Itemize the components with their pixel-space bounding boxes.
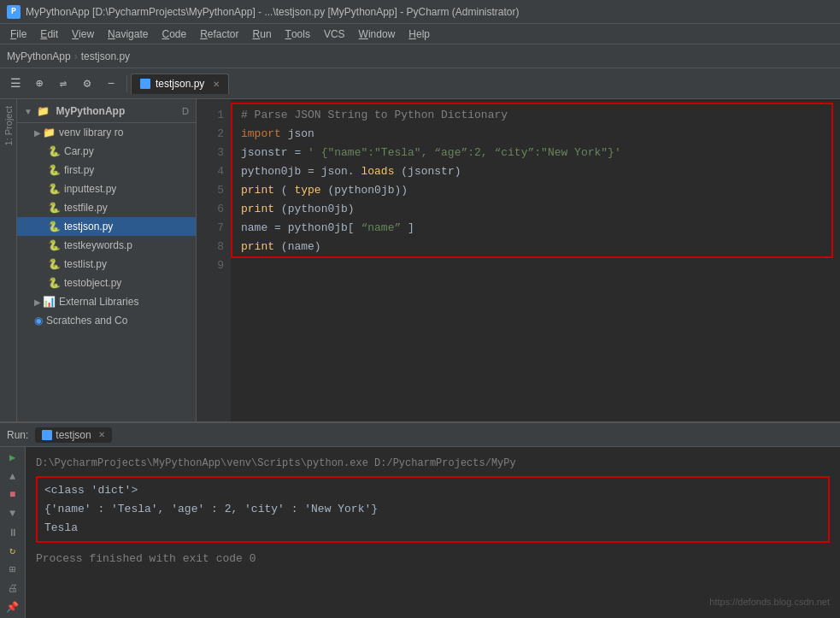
run-stop-btn[interactable]: ■ [3,488,23,503]
venv-icon: 📁 [43,127,56,138]
run-panel-header: Run: testjson ✕ [0,423,840,447]
run-label: Run: [7,429,28,441]
testjson-label: testjson.py [64,221,113,232]
run-output-line-2: {'name' : 'Tesla', 'age' : 2, 'city' : '… [44,500,821,519]
tab-close-btn[interactable]: ✕ [213,79,220,89]
tab-testjson[interactable]: testjson.py ✕ [131,74,229,94]
sidebar-item-inputtest[interactable]: 🐍 inputtest.py [17,180,196,198]
sidebar-item-testkeywords[interactable]: 🐍 testkeywords.p [17,236,196,255]
testjson-icon: 🐍 [48,221,61,232]
run-pause-btn[interactable]: ⏸ [3,525,23,540]
menu-tools[interactable]: Tools [279,24,317,44]
menu-help[interactable]: Help [402,24,437,44]
loads-func: loads [361,165,394,178]
breadcrumb-project[interactable]: MyPythonApp [7,50,71,62]
tab-file-icon [140,79,150,89]
line-num-7: 7 [197,219,224,238]
code-line-9 [241,256,830,275]
toolbar-minimize-btn[interactable]: − [99,72,123,96]
sidebar-item-first[interactable]: 🐍 first.py [17,161,196,180]
toolbar: ☰ ⊕ ⇌ ⚙ − testjson.py ✕ [0,68,840,99]
sidebar-item-testfile[interactable]: 🐍 testfile.py [17,198,196,217]
menu-edit[interactable]: Edit [33,24,65,44]
line-num-8: 8 [197,238,224,256]
line-num-2: 2 [197,125,224,144]
project-header: ▼ 📁 MyPythonApp D [17,99,196,123]
run-down-btn[interactable]: ▼ [3,506,23,521]
car-icon: 🐍 [48,145,61,157]
breadcrumb-separator: › [74,50,78,62]
name-key: “name” [361,221,401,234]
eq-sign: = [294,146,308,159]
run-panel-body: ▶ ▲ ■ ▼ ⏸ ↻ ⊞ 🖨 📌 D:\PycharmProjects\MyP… [0,447,840,618]
run-layout-btn[interactable]: ⊞ [3,562,23,578]
run-tab-label: testjson [56,429,91,441]
sidebar-item-venv[interactable]: ▶ 📁 venv library ro [17,123,196,142]
loads-arg: (jsonstr) [401,165,461,178]
run-output-line-3: Tesla [44,519,821,538]
project-chevron[interactable]: ▼ [24,107,32,116]
menu-vcs[interactable]: VCS [317,24,352,44]
type-arg: (python0jb)) [327,184,408,197]
testfile-icon: 🐍 [48,202,61,214]
sidebar-item-scratches[interactable]: ◉ Scratches and Co [17,311,196,330]
project-name: ▼ 📁 MyPythonApp [24,105,125,117]
print-open1: ( [281,184,288,197]
sidebar-item-testjson[interactable]: 🐍 testjson.py [17,217,196,236]
menu-navigate[interactable]: Navigate [101,24,155,44]
json-string: ' {"name":"Tesla", “age”:2, “city”:"New … [308,146,621,159]
sidebar-item-testobject[interactable]: 🐍 testobject.py [17,274,196,292]
toolbar-collapse-btn[interactable]: ⇌ [51,72,75,96]
line-num-9: 9 [197,256,224,275]
sidebar-item-car[interactable]: 🐍 Car.py [17,142,196,161]
menu-view[interactable]: View [65,24,101,44]
testlist-icon: 🐍 [48,258,61,270]
menu-code[interactable]: Code [155,24,193,44]
run-pin-btn[interactable]: 📌 [3,599,23,615]
first-icon: 🐍 [48,164,61,176]
code-content[interactable]: # Parse JSON String to Python Dictionary… [231,99,840,421]
scratches-icon: ◉ [34,315,43,327]
toolbar-settings-btn[interactable]: ⚙ [75,72,99,96]
toolbar-sync-btn[interactable]: ⊕ [27,72,51,96]
extlibs-icon: 📊 [43,296,56,308]
line-num-4: 4 [197,162,224,181]
eq3: = [274,221,288,234]
menu-run[interactable]: Run [246,24,279,44]
run-tab-icon [42,430,52,440]
inputtest-icon: 🐍 [48,183,61,195]
run-rerun-btn[interactable]: ↻ [3,544,23,559]
venv-chevron: ▶ [34,128,41,138]
testobject-icon: 🐍 [48,277,61,289]
sidebar-item-testlist[interactable]: 🐍 testlist.py [17,255,196,274]
toolbar-project-btn[interactable]: ☰ [3,72,27,96]
run-play-btn[interactable]: ▶ [3,450,23,466]
python0jb-var: python0jb [241,165,301,178]
print-arg2: (python0jb) [281,203,355,215]
run-up-btn[interactable]: ▲ [3,469,23,485]
import-keyword: import [241,127,281,140]
title-bar: P MyPythonApp [D:\PycharmProjects\MyPyth… [0,0,840,24]
code-line-7: name = python0jb[ “name” ] [241,219,830,238]
code-editor-area[interactable]: 1 2 3 4 5 6 7 8 9 # Parse JSON Strin [197,99,840,421]
run-tab-testjson[interactable]: testjson ✕ [35,427,111,443]
run-print-btn[interactable]: 🖨 [3,580,23,596]
sidebar-item-external-libs[interactable]: ▶ 📊 External Libraries [17,292,196,311]
menu-bar: File Edit View Navigate Code Refactor Ru… [0,24,840,44]
file-tree: ▼ 📁 MyPythonApp D ▶ 📁 venv library ro 🐍 … [17,99,197,421]
name-var: name [241,221,267,234]
testkeywords-label: testkeywords.p [64,239,132,251]
run-output-line-1: <class 'dict'> [44,481,821,500]
run-toolbar: ▶ ▲ ■ ▼ ⏸ ↻ ⊞ 🖨 📌 [0,447,26,618]
breadcrumb-bar: MyPythonApp › testjson.py [0,44,840,68]
code-line-2: import json [241,125,830,144]
code-editor: 1 2 3 4 5 6 7 8 9 # Parse JSON Strin [197,99,840,421]
jsonstr-var: jsonstr [241,146,288,159]
breadcrumb-file[interactable]: testjson.py [81,50,130,62]
code-line-5: print ( type (python0jb)) [241,181,830,200]
run-tab-close[interactable]: ✕ [98,430,105,439]
run-process-status: Process finished with exit code 0 [36,550,830,568]
menu-window[interactable]: Window [352,24,402,44]
menu-file[interactable]: File [3,24,33,44]
menu-refactor[interactable]: Refactor [193,24,245,44]
